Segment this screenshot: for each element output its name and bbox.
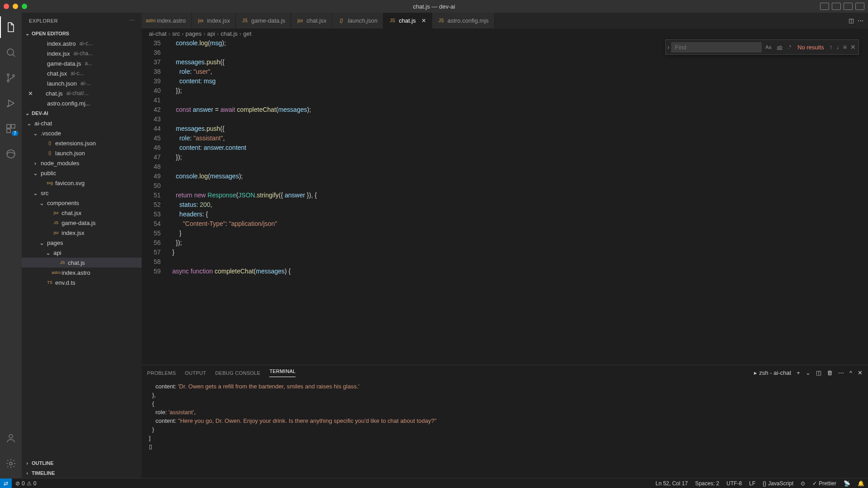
match-case-button[interactable]: Aa (763, 42, 773, 53)
extensions-tab[interactable]: 7 (0, 118, 22, 139)
new-terminal-button[interactable]: + (796, 369, 800, 376)
editor-tab[interactable]: jsxchat.jsx (291, 13, 332, 29)
more-actions-button[interactable]: ⋯ (858, 17, 863, 24)
minimize-window-button[interactable] (13, 4, 18, 9)
breadcrumb-item[interactable]: src (172, 30, 180, 37)
tree-folder[interactable]: ⌄api (22, 248, 142, 258)
explorer-tab[interactable] (0, 16, 22, 38)
open-editor-item[interactable]: index.astroai-c... (22, 38, 142, 48)
open-editor-item[interactable]: astro.config.mj... (22, 98, 142, 108)
open-editor-item[interactable]: ✕chat.jsai-chat/... (22, 88, 142, 98)
feedback-button[interactable]: 📡 (840, 480, 854, 487)
tree-file[interactable]: astroindex.astro (22, 268, 142, 277)
breadcrumb-item[interactable]: chat.js (221, 30, 238, 37)
eol-status[interactable]: LF (745, 480, 759, 487)
editor-tab[interactable]: JSastro.config.mjs (432, 13, 495, 29)
code-editor[interactable]: 3536373839404142434445464748495051525354… (142, 38, 868, 365)
terminal-tab[interactable]: TERMINAL (269, 368, 296, 377)
split-editor-button[interactable]: ◫ (849, 17, 854, 24)
kill-terminal-button[interactable]: 🗑 (827, 369, 833, 376)
remote-button[interactable]: ⇄ (0, 478, 12, 488)
close-icon[interactable]: ✕ (28, 90, 33, 97)
edge-tools-tab[interactable] (0, 143, 22, 165)
terminal-selector[interactable]: ▸ zsh - ai-chat (754, 369, 791, 376)
workspace-section[interactable]: ⌄DEV-AI (22, 108, 142, 118)
find-next-button[interactable]: ↓ (835, 43, 840, 52)
breadcrumb-item[interactable]: ai-chat (149, 30, 167, 37)
breadcrumb-item[interactable]: get (243, 30, 251, 37)
tree-file[interactable]: jsxindex.jsx (22, 228, 142, 238)
tree-folder[interactable]: ⌄src (22, 188, 142, 198)
close-panel-button[interactable]: ✕ (858, 369, 863, 376)
outline-section[interactable]: ›OUTLINE (22, 458, 142, 468)
tree-file[interactable]: JSchat.js (22, 258, 142, 268)
open-editors-section[interactable]: ⌄OPEN EDITORS (22, 29, 142, 38)
file-icon: jsx (52, 209, 60, 216)
tree-file[interactable]: TSenv.d.ts (22, 277, 142, 287)
tree-folder[interactable]: ⌄pages (22, 238, 142, 248)
tree-file[interactable]: JSgame-data.js (22, 218, 142, 228)
tree-folder[interactable]: ⌄ai-chat (22, 118, 142, 128)
find-expand-button[interactable]: › (668, 43, 670, 52)
layout-panel-bottom-icon[interactable] (832, 3, 841, 10)
indentation-status[interactable]: Spaces: 2 (692, 480, 723, 487)
terminal-more-button[interactable]: ⋯ (838, 369, 844, 376)
editor-tab[interactable]: JSchat.js✕ (383, 13, 432, 29)
source-control-tab[interactable] (0, 67, 22, 89)
open-editor-item[interactable]: launch.jsonai-... (22, 78, 142, 88)
search-tab[interactable] (0, 42, 22, 63)
tree-folder[interactable]: ⌄public (22, 168, 142, 178)
tree-file[interactable]: {}launch.json (22, 148, 142, 158)
maximize-panel-button[interactable]: ^ (849, 369, 852, 376)
maximize-window-button[interactable] (22, 4, 27, 9)
settings-button[interactable] (0, 453, 22, 474)
cursor-position[interactable]: Ln 52, Col 17 (652, 480, 691, 487)
editor-tab[interactable]: astroindex.astro (142, 13, 192, 29)
accounts-button[interactable] (0, 427, 22, 449)
terminal-output[interactable]: content: 'Dr. Owen gets a refill from th… (142, 380, 868, 478)
encoding-status[interactable]: UTF-8 (723, 480, 745, 487)
match-word-button[interactable]: ab (775, 42, 784, 53)
find-prev-button[interactable]: ↑ (829, 43, 834, 52)
debug-console-tab[interactable]: DEBUG CONSOLE (215, 370, 261, 376)
breadcrumb-item[interactable]: pages (186, 30, 201, 37)
layout-panel-right-icon[interactable] (844, 3, 853, 10)
notifications-button[interactable]: 🔔 (854, 480, 868, 487)
editor-tab[interactable]: {}launch.json (332, 13, 383, 29)
editor-tab[interactable]: JSgame-data.js (236, 13, 291, 29)
open-editor-item[interactable]: index.jsxai-cha... (22, 48, 142, 58)
problems-tab[interactable]: PROBLEMS (147, 370, 176, 376)
errors-status[interactable]: ⊘0 ⚠0 (12, 480, 40, 487)
account-icon (5, 433, 16, 444)
terminal-dropdown-button[interactable]: ⌄ (806, 369, 811, 376)
language-status[interactable]: {} JavaScript (759, 480, 797, 487)
output-tab[interactable]: OUTPUT (185, 370, 206, 376)
editor-tab[interactable]: jsxindex.jsx (192, 13, 236, 29)
run-debug-tab[interactable] (0, 92, 22, 114)
tree-file[interactable]: svgfavicon.svg (22, 178, 142, 188)
find-close-button[interactable]: ✕ (849, 43, 857, 52)
split-terminal-button[interactable]: ◫ (816, 369, 821, 376)
tree-file[interactable]: jsxchat.jsx (22, 208, 142, 218)
close-tab-button[interactable]: ✕ (421, 17, 426, 24)
layout-panel-left-icon[interactable] (820, 3, 829, 10)
timeline-section[interactable]: ›TIMELINE (22, 468, 142, 478)
explorer-more-button[interactable]: ⋯ (129, 18, 135, 24)
tree-folder[interactable]: ⌄.vscode (22, 128, 142, 138)
tree-file[interactable]: {}extensions.json (22, 138, 142, 148)
customize-layout-icon[interactable] (855, 3, 864, 10)
find-input[interactable] (671, 42, 762, 53)
tree-folder[interactable]: ›node_modules (22, 158, 142, 168)
open-editor-item[interactable]: chat.jsxai-c... (22, 68, 142, 78)
copilot-status[interactable]: ⊙ (797, 480, 809, 487)
open-editor-item[interactable]: game-data.jsa... (22, 58, 142, 68)
find-selection-button[interactable]: ≡ (842, 43, 848, 52)
chevron-down-icon: ⌄ (24, 110, 31, 117)
tree-folder[interactable]: ⌄components (22, 198, 142, 208)
breadcrumbs[interactable]: ai-chat›src›pages›api›chat.js›get (142, 29, 868, 38)
breadcrumb-item[interactable]: api (207, 30, 215, 37)
prettier-status[interactable]: ✓ Prettier (809, 480, 840, 487)
regex-button[interactable]: .* (786, 42, 793, 53)
folder-name: pages (47, 239, 63, 246)
close-window-button[interactable] (4, 4, 9, 9)
